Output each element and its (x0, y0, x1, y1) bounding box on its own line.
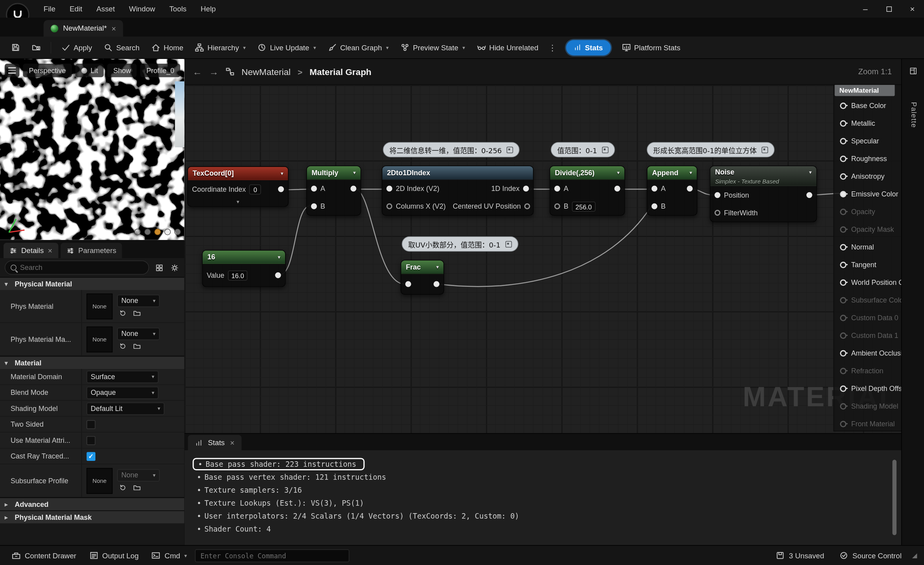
menu-file[interactable]: File (37, 0, 62, 18)
tab-parameters[interactable]: Parameters (60, 243, 122, 258)
phys-material-dropdown[interactable]: None▾ (117, 294, 160, 307)
phys-material-thumbnail[interactable]: None (87, 293, 113, 319)
bubble-pin-icon[interactable] (602, 147, 608, 153)
output-pin-centered-uv[interactable] (524, 204, 530, 209)
blend-mode-dropdown[interactable]: Opaque▾ (87, 386, 159, 399)
profile-button[interactable]: Profile_0 (141, 64, 180, 77)
tab-newmaterial[interactable]: NewMaterial* × (44, 20, 123, 37)
palette-drawer-icon[interactable] (902, 67, 924, 75)
menu-edit[interactable]: Edit (62, 0, 89, 18)
node-divide[interactable]: Divide(,256)▾ A B256.0 (550, 166, 625, 216)
input-pin-b[interactable] (651, 204, 657, 209)
pin-subsurface-color[interactable]: Subsurface Colo (834, 291, 901, 309)
phys-material-map-thumbnail[interactable]: None (87, 326, 113, 352)
pin-front-material[interactable]: Front Material (834, 415, 901, 431)
subsurface-profile-dropdown[interactable]: None▾ (117, 469, 160, 481)
node-multiply[interactable]: Multiply▾ A B (306, 166, 361, 216)
output-pin[interactable] (687, 186, 693, 192)
input-pin-position[interactable] (715, 192, 721, 198)
pin-tangent[interactable]: Tangent (834, 256, 901, 273)
pin-emissive-color[interactable]: Emissive Color (834, 185, 901, 203)
live-update-button[interactable]: Live Update ▾ (252, 39, 321, 56)
node-2dto1dindex[interactable]: 2Dto1DIndex 2D Index (V2)1D Index Column… (382, 166, 534, 216)
details-search-input[interactable] (20, 264, 143, 272)
phys-material-map-dropdown[interactable]: None▾ (117, 327, 160, 340)
hide-unrelated-button[interactable]: Hide Unrelated (472, 39, 544, 56)
preview-plane-button[interactable] (154, 229, 161, 235)
menu-help[interactable]: Help (194, 0, 223, 18)
column-view-button[interactable] (154, 263, 165, 272)
input-pin-a[interactable] (651, 186, 657, 192)
bubble-pin-icon[interactable] (507, 147, 513, 153)
subsurface-profile-thumbnail[interactable]: None (87, 468, 113, 493)
cast-ray-traced-checkbox[interactable]: ✓ (87, 452, 96, 461)
back-icon[interactable]: ← (193, 66, 202, 77)
perspective-button[interactable]: Perspective (23, 64, 72, 77)
expand-advanced-icon[interactable]: ▾ (237, 198, 240, 206)
output-pin[interactable] (615, 186, 620, 192)
hierarchy-button[interactable]: Hierarchy ▾ (190, 39, 251, 56)
input-pin-a[interactable] (554, 186, 560, 192)
output-log-button[interactable]: Output Log (84, 548, 143, 563)
preview-state-button[interactable]: Preview State ▾ (395, 39, 470, 56)
details-search-box[interactable] (5, 260, 149, 275)
node-texcoord[interactable]: TexCoord[0]▾ Coordinate Index0 ▾ (187, 166, 289, 207)
console-command-input[interactable] (195, 549, 349, 562)
breadcrumb-page[interactable]: Material Graph (309, 67, 371, 77)
comment-bubble-frac[interactable]: 取UV小数部分，值范围：0-1 (402, 237, 518, 252)
stats-toggle-button[interactable]: Stats (566, 40, 610, 55)
browse-to-asset-button[interactable] (27, 39, 46, 56)
pin-roughness[interactable]: Roughness (834, 150, 901, 167)
pin-refraction[interactable]: Refraction (834, 362, 901, 380)
close-stats-icon[interactable]: × (230, 439, 234, 447)
search-button[interactable]: Search (99, 39, 145, 56)
comment-bubble-append[interactable]: 形成长宽高范围0-1的单位立方体 (647, 142, 774, 158)
preview-mesh-button[interactable] (174, 229, 181, 235)
tab-details[interactable]: Details × (4, 243, 58, 258)
browse-asset-button[interactable] (132, 308, 142, 318)
comment-bubble-2dto1d[interactable]: 将二维信息转一维，值范围：0-256 (383, 142, 520, 158)
preview-cylinder-button[interactable] (134, 229, 141, 235)
pin-base-color[interactable]: Base Color (834, 97, 901, 114)
constant-value[interactable]: 16.0 (228, 270, 247, 281)
close-window-button[interactable]: × (901, 0, 924, 18)
apply-button[interactable]: Apply (56, 39, 97, 56)
pin-opacity-mask[interactable]: Opacity Mask (834, 220, 901, 238)
p in-metallic[interactable]: Metallic (834, 114, 901, 132)
viewport-menu-icon[interactable] (5, 64, 20, 77)
material-domain-dropdown[interactable]: Surface▾ (87, 371, 159, 383)
save-button[interactable] (6, 39, 26, 56)
section-advanced[interactable]: ▸ Advanced (0, 497, 185, 510)
node-frac[interactable]: Frac▾ (401, 260, 444, 295)
browse-asset-button[interactable] (132, 341, 142, 351)
browse-asset-button[interactable] (132, 483, 142, 492)
cmd-dropdown[interactable]: Cmd ▾ (147, 548, 192, 563)
source-control-button[interactable]: Source Control (835, 548, 906, 563)
input-pin-columnsx[interactable] (386, 204, 392, 209)
clean-graph-button[interactable]: Clean Graph ▾ (322, 39, 394, 56)
pin-opacity[interactable]: Opacity (834, 203, 901, 220)
node-constant-16[interactable]: 16▾ Value16.0 (202, 250, 286, 287)
shading-model-dropdown[interactable]: Default Lit▾ (87, 402, 165, 415)
pin-shading-model[interactable]: Shading Model (834, 397, 901, 415)
menu-tools[interactable]: Tools (162, 0, 194, 18)
pin-specular[interactable]: Specular (834, 132, 901, 150)
output-pin-1dindex[interactable] (523, 186, 529, 192)
unsaved-assets-button[interactable]: 3 Unsaved (771, 548, 829, 563)
coordinate-index-value[interactable]: 0 (249, 184, 261, 194)
palette-drawer-tab[interactable]: Palette (908, 102, 918, 128)
divide-b-value[interactable]: 256.0 (572, 201, 595, 211)
settings-button[interactable] (169, 263, 180, 272)
close-details-icon[interactable]: × (48, 247, 52, 255)
use-material-attributes-checkbox[interactable] (87, 436, 96, 445)
menu-asset[interactable]: Asset (90, 0, 122, 18)
input-pin-b[interactable] (311, 204, 317, 209)
home-button[interactable]: Home (146, 39, 189, 56)
resize-grip-icon[interactable]: ◢ (912, 552, 917, 559)
breadcrumb-root[interactable]: NewMaterial (242, 67, 291, 77)
comment-bubble-divide[interactable]: 值范围：0-1 (551, 142, 615, 158)
lit-mode-button[interactable]: Lit (75, 64, 104, 77)
input-pin-b[interactable] (554, 204, 560, 209)
use-selected-asset-button[interactable] (117, 483, 128, 492)
input-pin-a[interactable] (311, 186, 317, 192)
